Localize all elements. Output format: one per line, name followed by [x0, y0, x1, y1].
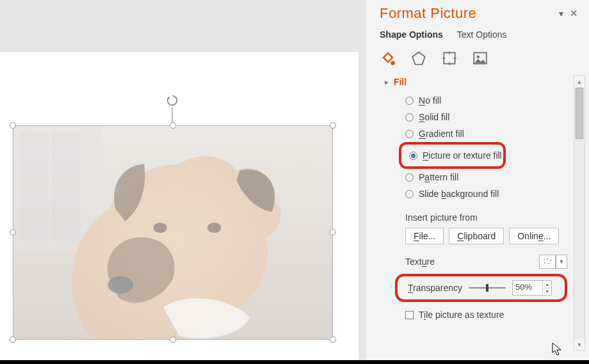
transparency-slider[interactable] — [469, 283, 506, 292]
effects-icon[interactable] — [410, 50, 427, 67]
selection-handle[interactable] — [170, 122, 176, 129]
selection-handle[interactable] — [10, 336, 16, 343]
texture-label: Texture — [405, 257, 539, 267]
rotate-handle-icon[interactable] — [165, 93, 179, 107]
tile-picture-checkbox[interactable]: Tile picture as texture — [383, 302, 567, 320]
collapse-caret-icon: ► — [383, 79, 390, 86]
radio-label: No fill — [419, 95, 441, 106]
selection-handle[interactable] — [10, 229, 16, 235]
fill-line-icon[interactable] — [380, 50, 396, 67]
radio-label: Pattern fill — [419, 172, 458, 182]
texture-swatch[interactable] — [539, 255, 556, 269]
transparency-spinner[interactable]: 50% ▲▼ — [512, 280, 552, 296]
selection-handle[interactable] — [170, 336, 176, 343]
radio-label: Picture or texture fill — [423, 150, 502, 161]
slider-knob-icon[interactable] — [486, 284, 488, 292]
checkbox-icon — [405, 311, 414, 319]
radio-pattern-fill[interactable]: Pattern fill — [383, 169, 567, 186]
svg-rect-7 — [13, 126, 332, 339]
transparency-value[interactable]: 50% — [513, 281, 542, 295]
svg-point-12 — [477, 56, 480, 58]
scroll-thumb[interactable] — [576, 88, 583, 139]
spinner-down-icon[interactable]: ▼ — [542, 289, 551, 296]
radio-icon — [405, 173, 414, 182]
picture-properties-icon[interactable] — [472, 50, 488, 67]
tile-label: Tile picture as texture — [419, 310, 504, 320]
size-properties-icon[interactable] — [441, 50, 458, 67]
radio-label: Solid fill — [419, 112, 449, 122]
radio-label: Slide background fill — [419, 189, 499, 199]
insert-picture-from-label: Insert picture from — [383, 202, 567, 228]
mouse-cursor-icon — [552, 342, 563, 356]
selection-handle[interactable] — [330, 122, 336, 129]
svg-rect-10 — [444, 52, 455, 63]
slide-canvas — [0, 51, 359, 364]
fill-section-label: Fill — [394, 77, 407, 87]
fill-section-header[interactable]: ► Fill — [383, 77, 567, 87]
svg-point-14 — [544, 259, 545, 260]
radio-slide-background-fill[interactable]: Slide background fill — [383, 186, 567, 202]
svg-marker-9 — [412, 52, 425, 65]
svg-point-8 — [391, 61, 395, 65]
svg-point-16 — [550, 260, 551, 261]
radio-no-fill[interactable]: No fill — [383, 92, 567, 109]
radio-label: Gradient fill — [419, 129, 464, 139]
radio-icon — [405, 190, 414, 198]
pane-scrollbar[interactable]: ▲ ▼ — [574, 75, 585, 351]
pane-options-dropdown[interactable]: ▾ — [554, 8, 567, 19]
selection-handle[interactable] — [10, 122, 16, 129]
tab-shape-options[interactable]: Shape Options — [380, 29, 443, 40]
radio-gradient-fill[interactable]: Gradient fill — [383, 125, 567, 142]
radio-picture-texture-fill[interactable]: Picture or texture fill — [403, 147, 502, 164]
svg-point-18 — [548, 263, 549, 264]
pane-title: Format Picture — [380, 5, 554, 22]
radio-icon — [405, 130, 414, 138]
radio-solid-fill[interactable]: Solid fill — [383, 109, 567, 125]
radio-icon — [405, 97, 414, 105]
scroll-down-icon[interactable]: ▼ — [574, 339, 585, 350]
radio-icon — [409, 152, 417, 160]
spinner-up-icon[interactable]: ▲ — [542, 281, 551, 289]
svg-point-15 — [547, 258, 548, 260]
online-button[interactable]: Online... — [509, 228, 559, 244]
scroll-up-icon[interactable]: ▲ — [574, 76, 585, 87]
selection-handle[interactable] — [330, 336, 336, 343]
selection-handle[interactable] — [330, 229, 336, 235]
transparency-label: Transparency — [408, 283, 462, 293]
svg-point-17 — [544, 262, 545, 264]
pane-close-button[interactable]: ✕ — [567, 8, 580, 19]
format-picture-pane: Format Picture ▾ ✕ Shape Options Text Op… — [365, 0, 589, 364]
texture-dropdown[interactable]: ▼ — [556, 255, 567, 269]
radio-icon — [405, 113, 414, 122]
bottom-edge — [0, 360, 589, 364]
tab-text-options[interactable]: Text Options — [457, 29, 507, 40]
file-button[interactable]: File... — [405, 228, 444, 244]
picture-frame[interactable] — [13, 125, 333, 340]
clipboard-button[interactable]: Clipboard — [449, 228, 504, 244]
